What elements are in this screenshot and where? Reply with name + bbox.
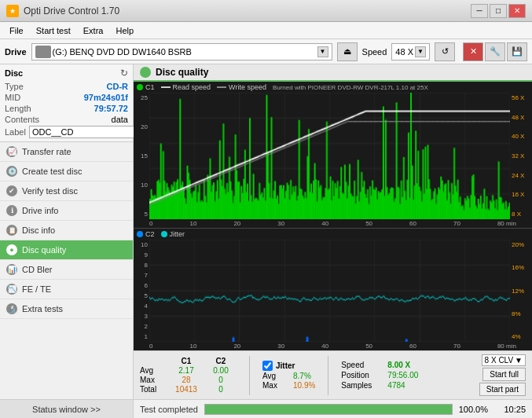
menubar: File Start test Extra Help xyxy=(0,22,532,39)
stats-divider-1 xyxy=(249,356,250,395)
close-button[interactable]: ✕ xyxy=(508,4,526,18)
menu-start-test[interactable]: Start test xyxy=(30,24,77,37)
jitter-header-row: Jitter xyxy=(262,361,315,371)
app-icon: ★ xyxy=(6,5,19,17)
refresh-button[interactable]: ↺ xyxy=(435,42,455,61)
drive-dropdown-arrow[interactable]: ▼ xyxy=(317,46,328,57)
speed-row: Speed 8.00 X xyxy=(341,361,418,369)
c2-x-axis: 01020304050607080 min xyxy=(134,342,532,350)
start-full-button[interactable]: Start full xyxy=(482,368,526,381)
read-speed-legend: Read speed xyxy=(161,83,211,91)
sidebar-item-extra-tests[interactable]: 🔬 Extra tests xyxy=(0,299,133,319)
sidebar-item-disc-info[interactable]: 📋 Disc info xyxy=(0,221,133,240)
window-controls: ─ □ ✕ xyxy=(471,4,526,18)
disc-type-label: Type xyxy=(5,82,24,91)
col-c1-header: C1 xyxy=(171,357,202,365)
menu-extra[interactable]: Extra xyxy=(77,24,110,37)
stats-bar: C1 C2 Avg 2.17 0.00 Max 28 0 xyxy=(134,350,532,399)
drive-label: Drive xyxy=(5,47,27,57)
disc-label-row: Label 🔄 xyxy=(5,126,128,138)
position-row: Position 79:56.00 xyxy=(341,371,418,380)
progress-bar xyxy=(204,404,453,415)
minimize-button[interactable]: ─ xyxy=(471,4,488,18)
nav-items: 📈 Transfer rate 💿 Create test disc ✔ Ver… xyxy=(0,142,133,399)
c2-y-axis-right: 20%16%12%8%4% xyxy=(510,240,532,342)
speed-stat-label: Speed xyxy=(341,361,384,369)
disc-contents-row: Contents data xyxy=(5,115,128,124)
fe-te-label: FE / TE xyxy=(22,284,51,294)
sidebar-item-drive-info[interactable]: ℹ Drive info xyxy=(0,201,133,221)
speed-dropdown-arrow[interactable]: ▼ xyxy=(415,46,426,57)
disc-length-row: Length 79:57.72 xyxy=(5,104,128,113)
menu-file[interactable]: File xyxy=(3,24,30,37)
max-c2: 0 xyxy=(205,376,237,384)
disc-mid-label: MID xyxy=(5,93,20,102)
c1-x-axis: 01020304050607080 min xyxy=(134,219,532,228)
disc-info-label: Disc info xyxy=(22,226,55,235)
sidebar-item-create-test-disc[interactable]: 💿 Create test disc xyxy=(0,162,133,182)
sidebar-item-cd-bler[interactable]: 📊 CD Bler xyxy=(0,260,133,280)
sidebar-item-verify-test-disc[interactable]: ✔ Verify test disc xyxy=(0,182,133,201)
verify-test-disc-label: Verify test disc xyxy=(22,186,78,196)
status-window-button[interactable]: Status window >> xyxy=(0,400,134,418)
samples-stat-label: Samples xyxy=(341,381,384,390)
drive-info-icon: ℹ xyxy=(6,205,17,216)
sidebar: Disc ↻ Type CD-R MID 97m24s01f Length 79… xyxy=(0,64,134,399)
total-c2: 0 xyxy=(205,385,237,394)
content-area: Disc quality C1 xyxy=(134,64,532,399)
sidebar-item-fe-te[interactable]: 📉 FE / TE xyxy=(0,280,133,299)
samples-row: Samples 4784 xyxy=(341,381,418,390)
disc-panel-title: Disc xyxy=(5,68,23,78)
c2-chart-section: C2 Jitter 10987654321 xyxy=(134,229,532,350)
drivebar: Drive (G:) BENQ DVD DD DW1640 BSRB ▼ ⏏ S… xyxy=(0,39,532,64)
start-part-button[interactable]: Start part xyxy=(479,383,526,396)
cd-bler-label: CD Bler xyxy=(22,265,53,274)
menu-help[interactable]: Help xyxy=(109,24,140,37)
fe-te-icon: 📉 xyxy=(6,284,17,295)
burned-info: Burned with PIONEER DVD-RW DVR-217L 1.10… xyxy=(273,84,428,91)
disc-quality-label: Disc quality xyxy=(22,245,66,255)
speed-value: 48 X xyxy=(395,47,413,57)
c1-chart-section: C1 Read speed Write speed Burned with PI… xyxy=(134,82,532,229)
position-stat-label: Position xyxy=(341,371,384,380)
clv-selector[interactable]: 8 X CLV ▼ xyxy=(482,354,526,366)
maximize-button[interactable]: □ xyxy=(490,4,507,18)
panel-header-title: Disc quality xyxy=(156,67,208,78)
main-layout: Disc ↻ Type CD-R MID 97m24s01f Length 79… xyxy=(0,64,532,399)
drive-selector[interactable]: (G:) BENQ DVD DD DW1640 BSRB ▼ xyxy=(31,43,332,60)
jitter-legend: Jitter xyxy=(161,230,185,238)
jitter-avg-row: Avg 8.7% xyxy=(262,372,315,380)
extra-tests-icon: 🔬 xyxy=(6,303,17,314)
verify-test-disc-icon: ✔ xyxy=(6,185,17,196)
disc-label-input[interactable] xyxy=(29,126,144,138)
max-c1: 28 xyxy=(171,376,202,384)
disc-refresh-button[interactable]: ↻ xyxy=(120,68,128,79)
stats-header: C1 C2 xyxy=(140,357,237,365)
sidebar-item-disc-quality[interactable]: ● Disc quality xyxy=(0,240,133,260)
toolbar-btn-3[interactable]: 💾 xyxy=(507,42,527,61)
disc-mid-row: MID 97m24s01f xyxy=(5,93,128,102)
panel-header-icon xyxy=(140,67,151,78)
jitter-checkbox[interactable] xyxy=(262,361,273,371)
progress-bar-fill xyxy=(205,405,452,414)
progress-percent: 100.0% xyxy=(459,405,488,414)
jitter-max-key: Max xyxy=(262,381,290,390)
total-c1: 10413 xyxy=(171,385,202,394)
app-title: Opti Drive Control 1.70 xyxy=(24,6,119,16)
transfer-rate-label: Transfer rate xyxy=(22,147,72,156)
sidebar-item-transfer-rate[interactable]: 📈 Transfer rate xyxy=(0,142,133,162)
elapsed-time: 10:25 xyxy=(494,405,526,414)
avg-c1: 2.17 xyxy=(171,366,202,375)
jitter-label: Jitter xyxy=(276,361,295,370)
toolbar-btn-2[interactable]: 🔧 xyxy=(485,42,505,61)
c2-legend: C2 xyxy=(137,230,155,238)
disc-info-panel: Disc ↻ Type CD-R MID 97m24s01f Length 79… xyxy=(0,64,133,142)
drive-value: (G:) BENQ DVD DD DW1640 BSRB xyxy=(53,47,316,57)
c2-chart-canvas-area xyxy=(149,240,510,342)
speed-selector[interactable]: 48 X ▼ xyxy=(391,43,430,60)
disc-mid-value: 97m24s01f xyxy=(84,93,128,102)
c1-chart-canvas-area xyxy=(149,93,510,219)
toolbar-btn-1[interactable]: ✕ xyxy=(463,42,483,61)
eject-button[interactable]: ⏏ xyxy=(337,42,358,61)
action-area: 8 X CLV ▼ Start full Start part xyxy=(479,354,526,396)
